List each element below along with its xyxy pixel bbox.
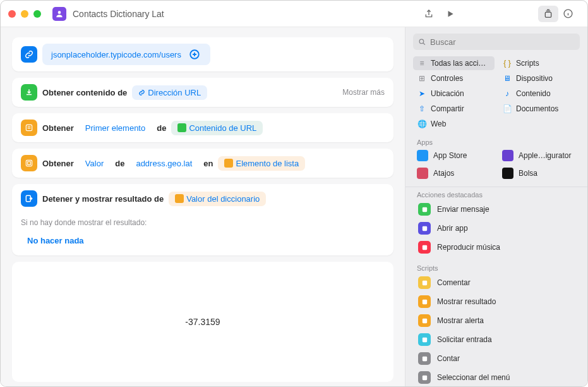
category-item[interactable]: ≡Todas las acci… <box>413 56 495 70</box>
category-item[interactable]: ⇧Compartir <box>413 102 495 116</box>
list-icon <box>224 159 233 168</box>
scripts-section-label: Scripts <box>405 261 587 273</box>
action-icon <box>418 241 431 254</box>
svg-rect-17 <box>422 375 426 379</box>
shortcut-app-icon <box>52 7 66 21</box>
category-label: Ubicación <box>431 89 464 98</box>
dictionary-icon <box>175 194 184 203</box>
action-label: Obtener <box>42 123 74 133</box>
do-nothing-param[interactable]: No hacer nada <box>21 233 90 248</box>
info-button[interactable] <box>558 6 577 22</box>
action-icon <box>418 314 431 327</box>
action-list-item[interactable]: Comentar <box>413 273 580 292</box>
action-list-item[interactable]: Abrir app <box>413 219 580 238</box>
app-item[interactable]: App Store <box>413 147 495 164</box>
action-icon <box>418 295 431 308</box>
svg-rect-9 <box>422 207 426 211</box>
run-button[interactable] <box>441 6 460 22</box>
app-icon <box>417 168 428 179</box>
sub-label: Si no hay donde mostrar el resultado: <box>12 213 393 233</box>
action-label: Abrir app <box>437 224 468 233</box>
category-item[interactable]: ♪Contenido <box>498 87 580 101</box>
category-label: Todas las acci… <box>431 59 486 68</box>
category-item[interactable]: { }Scripts <box>498 56 580 70</box>
category-item[interactable]: 🌐Web <box>413 117 495 131</box>
download-icon <box>177 123 186 132</box>
app-item[interactable]: Apple…igurator <box>498 147 580 164</box>
action-label: de <box>157 123 166 133</box>
svg-rect-10 <box>422 226 426 230</box>
action-list-item[interactable]: Contar <box>413 349 580 368</box>
keypath-param[interactable]: address.geo.lat <box>129 156 198 171</box>
category-icon: ♪ <box>502 89 512 99</box>
featured-section-label: Acciones destacadas <box>405 187 587 200</box>
category-icon: ⊞ <box>417 73 427 83</box>
list-element-token[interactable]: Elemento de lista <box>218 156 305 171</box>
maximize-window-button[interactable] <box>33 10 41 18</box>
library-toggle-button[interactable] <box>538 6 558 22</box>
app-label: Apple…igurator <box>519 151 571 160</box>
search-input[interactable] <box>430 37 575 47</box>
action-icon <box>418 352 431 365</box>
svg-rect-1 <box>545 12 551 17</box>
svg-rect-12 <box>422 280 426 285</box>
search-field[interactable] <box>413 34 580 50</box>
category-label: Documentos <box>516 104 558 113</box>
svg-point-0 <box>58 11 61 14</box>
download-icon <box>21 84 37 101</box>
action-label: Mostrar alerta <box>437 316 484 325</box>
url-chip[interactable]: jsonplaceholder.typicode.com/users <box>42 44 210 65</box>
category-label: Dispositivo <box>516 74 553 83</box>
action-label: de <box>115 159 124 168</box>
action-label: Mostrar resultado <box>437 297 496 306</box>
category-item[interactable]: ⊞Controles <box>413 71 495 85</box>
close-window-button[interactable] <box>8 10 16 18</box>
minimize-window-button[interactable] <box>21 10 28 18</box>
action-label: Seleccionar del menú <box>437 373 510 382</box>
action-list-item[interactable]: Mostrar resultado <box>413 292 580 311</box>
dictionary-value-token[interactable]: Valor del diccionario <box>169 192 266 206</box>
app-item[interactable]: Atajos <box>413 165 495 181</box>
get-contents-action[interactable]: Obtener contenido de Dirección URL Mostr… <box>12 78 393 107</box>
url-content-token[interactable]: Contenido de URL <box>171 121 263 135</box>
category-item[interactable]: ➤Ubicación <box>413 87 495 101</box>
svg-rect-11 <box>422 245 426 249</box>
category-item[interactable]: 🖥Dispositivo <box>498 71 580 85</box>
app-label: Bolsa <box>519 169 537 178</box>
show-more-button[interactable]: Mostrar más <box>342 88 385 97</box>
first-element-param[interactable]: Primer elemento <box>79 121 152 135</box>
scripts-actions-list: ComentarMostrar resultadoMostrar alertaS… <box>405 273 587 386</box>
get-first-item-action[interactable]: Obtener Primer elemento de Contenido de … <box>12 113 393 142</box>
action-list-item[interactable]: Mostrar alerta <box>413 311 580 330</box>
svg-rect-6 <box>28 162 31 165</box>
svg-rect-5 <box>26 160 32 166</box>
action-list-item[interactable]: Enviar mensaje <box>413 200 580 219</box>
category-label: Contenido <box>516 89 551 98</box>
search-icon <box>418 38 426 46</box>
url-action[interactable]: jsonplaceholder.typicode.com/users <box>12 37 393 71</box>
action-icon <box>418 276 431 289</box>
workflow-editor: jsonplaceholder.typicode.com/users Obten… <box>1 27 405 386</box>
app-label: App Store <box>433 151 467 160</box>
action-list-item[interactable]: Seleccionar del menú <box>413 368 580 386</box>
url-param-token[interactable]: Dirección URL <box>132 85 207 100</box>
category-label: Compartir <box>431 104 464 113</box>
action-label: Contar <box>437 354 460 363</box>
app-item[interactable]: Bolsa <box>498 165 580 181</box>
stop-show-result-action[interactable]: Detener y mostrar resultado de Valor del… <box>12 184 393 255</box>
get-dictionary-value-action[interactable]: Obtener Valor de address.geo.lat en Elem… <box>12 149 393 178</box>
add-url-button[interactable] <box>188 47 201 61</box>
category-icon: 🌐 <box>417 119 427 129</box>
category-icon: ⇧ <box>417 104 427 114</box>
share-button[interactable] <box>419 6 438 22</box>
action-list-item[interactable]: Reproducir música <box>413 238 580 257</box>
value-param[interactable]: Valor <box>79 156 110 171</box>
category-icon: ≡ <box>417 58 427 68</box>
category-item[interactable]: 📄Documentos <box>498 102 580 116</box>
category-icon: 📄 <box>502 104 512 114</box>
dictionary-icon <box>21 155 37 171</box>
titlebar: Contacts Dictionary Lat <box>1 1 587 27</box>
action-list-item[interactable]: Solicitar entrada <box>413 330 580 349</box>
category-icon: 🖥 <box>502 73 512 83</box>
svg-rect-16 <box>422 356 426 360</box>
